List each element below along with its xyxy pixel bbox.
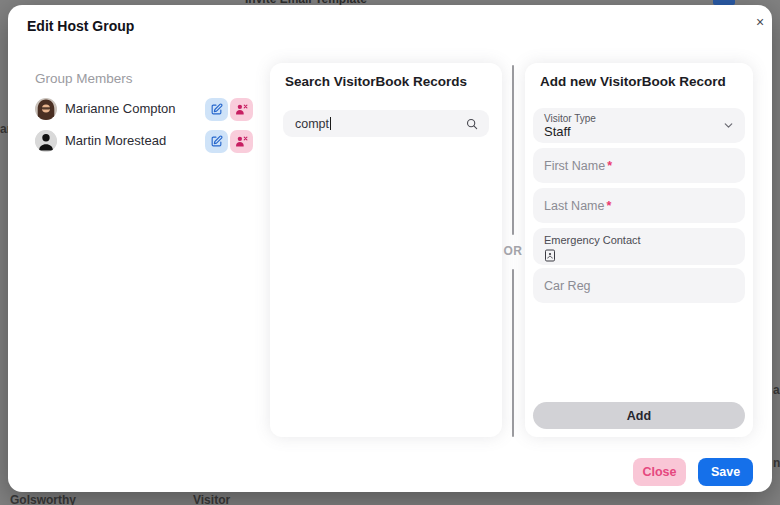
background-table-cell-name: Golsworthy — [10, 493, 76, 505]
avatar — [35, 130, 57, 152]
edit-member-button[interactable] — [205, 98, 228, 121]
visitor-type-value: Staff — [544, 124, 734, 140]
required-asterisk: * — [606, 199, 611, 213]
search-panel-title: Search VisitorBook Records — [285, 74, 467, 89]
remove-person-icon — [235, 135, 248, 148]
first-name-field[interactable]: First Name* — [533, 148, 745, 183]
divider-line — [512, 269, 514, 437]
remove-person-icon — [235, 103, 248, 116]
visitor-type-select[interactable]: Visitor Type Staff — [533, 108, 745, 143]
background-right-fragment-top: ar — [773, 383, 780, 397]
contact-card-icon — [544, 249, 556, 262]
required-asterisk: * — [607, 159, 612, 173]
divider-line — [512, 65, 514, 235]
search-input[interactable]: compt — [283, 110, 489, 137]
edit-icon — [210, 103, 223, 116]
last-name-field[interactable]: Last Name* — [533, 188, 745, 223]
edit-host-group-modal: Edit Host Group × Group Members Marianne… — [8, 5, 772, 492]
group-members-label: Group Members — [35, 71, 133, 86]
text-caret — [330, 117, 331, 130]
add-record-panel: Add new VisitorBook Record Visitor Type … — [525, 63, 753, 437]
visitor-type-label: Visitor Type — [544, 108, 734, 124]
save-button[interactable]: Save — [698, 458, 753, 486]
add-panel-title: Add new VisitorBook Record — [540, 74, 726, 89]
car-reg-placeholder: Car Reg — [544, 279, 591, 293]
background-right-fragment-bottom: na — [773, 456, 780, 470]
edit-icon — [210, 135, 223, 148]
background-table-cell-type: Visitor — [193, 493, 230, 505]
last-name-placeholder: Last Name — [544, 199, 604, 213]
close-button[interactable]: Close — [633, 458, 686, 486]
first-name-placeholder: First Name — [544, 159, 605, 173]
search-query-text: compt — [295, 117, 329, 131]
search-records-panel: Search VisitorBook Records compt — [270, 63, 502, 437]
modal-title: Edit Host Group — [27, 18, 134, 34]
member-row: Marianne Compton — [35, 97, 176, 120]
emergency-contact-label: Emergency Contact — [544, 228, 734, 246]
remove-member-button[interactable] — [230, 98, 253, 121]
member-row: Martin Morestead — [35, 129, 166, 152]
close-icon[interactable]: × — [750, 12, 770, 32]
remove-member-button[interactable] — [230, 130, 253, 153]
edit-member-button[interactable] — [205, 130, 228, 153]
car-reg-field[interactable]: Car Reg — [533, 268, 745, 303]
chevron-down-icon — [722, 119, 735, 132]
avatar — [35, 98, 57, 120]
emergency-contact-field[interactable]: Emergency Contact — [533, 228, 745, 265]
member-name: Martin Morestead — [65, 133, 166, 148]
add-button[interactable]: Add — [533, 402, 745, 429]
search-icon — [465, 117, 479, 131]
member-name: Marianne Compton — [65, 101, 176, 116]
or-divider-label: OR — [500, 244, 526, 258]
